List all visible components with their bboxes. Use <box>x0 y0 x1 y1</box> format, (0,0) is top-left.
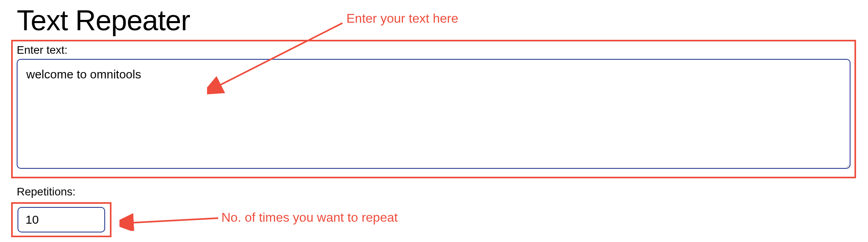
repetitions-highlight-box <box>11 202 111 237</box>
annotation-text-hint: Enter your text here <box>346 11 458 26</box>
repetitions-label: Repetitions: <box>17 185 868 198</box>
text-input-highlight-box: Enter text: <box>11 40 856 178</box>
text-input[interactable] <box>17 59 850 169</box>
text-input-label: Enter text: <box>17 44 850 57</box>
arrow-icon <box>119 211 223 231</box>
repetitions-input[interactable] <box>18 207 105 232</box>
svg-line-1 <box>129 218 218 223</box>
annotation-reps-hint: No. of times you want to repeat <box>221 210 398 225</box>
